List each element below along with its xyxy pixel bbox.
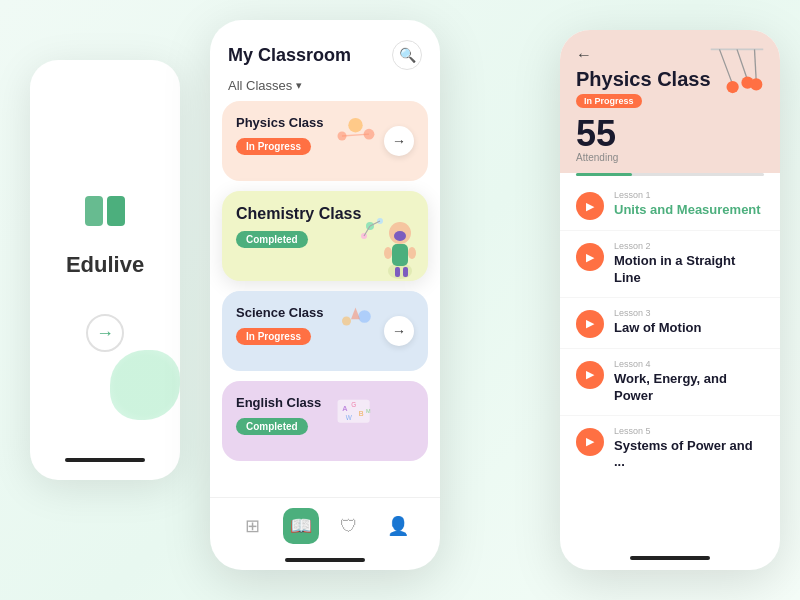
- nav-lessons-button[interactable]: 📖: [283, 508, 319, 544]
- nav-profile-button[interactable]: 👤: [380, 508, 416, 544]
- svg-line-29: [720, 49, 733, 84]
- app-name: Edulive: [66, 252, 144, 278]
- lesson-item[interactable]: ▶ Lesson 2 Motion in a Straight Line: [560, 231, 780, 298]
- lesson-title: Systems of Power and ...: [614, 438, 764, 472]
- lesson-play-icon[interactable]: ▶: [576, 310, 604, 338]
- svg-text:M: M: [366, 408, 371, 414]
- nav-home-button[interactable]: ⊞: [234, 508, 270, 544]
- attending-count: 55: [576, 116, 764, 152]
- physics-class-card[interactable]: Physics Class In Progress →: [222, 101, 428, 181]
- svg-line-33: [755, 49, 757, 81]
- physics-class-illustration: [702, 40, 772, 120]
- lesson-info: Lesson 5 Systems of Power and ...: [614, 426, 764, 472]
- svg-rect-0: [85, 196, 103, 226]
- svg-marker-21: [351, 308, 360, 320]
- phone-home-bar: [65, 458, 145, 462]
- lesson-progress-bar: [576, 173, 764, 176]
- physics-card-title: Physics Class: [236, 115, 414, 130]
- lesson-progress-fill: [576, 173, 632, 176]
- lesson-item[interactable]: ▶ Lesson 4 Work, Energy, and Power: [560, 349, 780, 416]
- lesson-item[interactable]: ▶ Lesson 3 Law of Motion: [560, 298, 780, 349]
- lesson-title: Motion in a Straight Line: [614, 253, 764, 287]
- right-home-bar: [630, 556, 710, 560]
- lesson-number: Lesson 4: [614, 359, 764, 369]
- attending-info: 55 Attending: [576, 116, 764, 163]
- svg-text:B: B: [359, 409, 364, 418]
- svg-point-11: [408, 247, 416, 259]
- english-badge: Completed: [236, 418, 308, 435]
- svg-point-2: [348, 118, 362, 132]
- chemistry-badge: Completed: [236, 231, 308, 248]
- science-card-title: Science Class: [236, 305, 414, 320]
- svg-text:A: A: [342, 404, 348, 413]
- english-class-card[interactable]: English Class Completed A G B W M: [222, 381, 428, 461]
- attending-label: Attending: [576, 152, 764, 163]
- physics-badge: In Progress: [236, 138, 311, 155]
- filter-chevron-icon: ▾: [296, 79, 302, 92]
- svg-rect-9: [392, 244, 408, 266]
- filter-row[interactable]: All Classes ▾: [228, 78, 422, 93]
- svg-point-34: [750, 78, 762, 90]
- lesson-play-icon[interactable]: ▶: [576, 361, 604, 389]
- lesson-play-icon[interactable]: ▶: [576, 243, 604, 271]
- lesson-number: Lesson 1: [614, 190, 761, 200]
- decorative-blob: [110, 350, 180, 420]
- svg-point-30: [727, 81, 739, 93]
- lesson-item[interactable]: ▶ Lesson 5 Systems of Power and ...: [560, 416, 780, 482]
- class-status-badge: In Progress: [576, 94, 642, 108]
- chemistry-class-card[interactable]: Chemistry Class Completed: [222, 191, 428, 281]
- right-phone-header: ← Physics Class In Progress 55 Attending: [560, 30, 780, 173]
- physics-illustration: [333, 109, 378, 154]
- lesson-number: Lesson 2: [614, 241, 764, 251]
- lesson-info: Lesson 4 Work, Energy, and Power: [614, 359, 764, 405]
- cards-container: Physics Class In Progress → Chemistry Cl…: [210, 101, 440, 497]
- svg-point-10: [384, 247, 392, 259]
- page-title: My Classroom: [228, 45, 351, 66]
- search-button[interactable]: 🔍: [392, 40, 422, 70]
- science-illustration: [333, 301, 378, 341]
- lesson-item[interactable]: ▶ Lesson 1 Units and Measurement: [560, 180, 780, 231]
- right-phone: ← Physics Class In Progress 55 Attending…: [560, 30, 780, 570]
- lesson-info: Lesson 2 Motion in a Straight Line: [614, 241, 764, 287]
- svg-point-19: [358, 310, 371, 323]
- svg-point-20: [342, 317, 351, 326]
- get-started-button[interactable]: →: [86, 314, 124, 352]
- lesson-play-icon[interactable]: ▶: [576, 428, 604, 456]
- svg-line-31: [737, 49, 748, 80]
- center-phone: My Classroom 🔍 All Classes ▾ Physics Cla…: [210, 20, 440, 570]
- lesson-title: Law of Motion: [614, 320, 701, 337]
- svg-rect-12: [395, 267, 400, 277]
- english-illustration: A G B W M: [333, 389, 388, 429]
- logo-icon: [81, 188, 129, 236]
- filter-label: All Classes: [228, 78, 292, 93]
- svg-point-8: [394, 231, 406, 241]
- lesson-title: Work, Energy, and Power: [614, 371, 764, 405]
- lesson-number: Lesson 5: [614, 426, 764, 436]
- svg-text:G: G: [351, 401, 356, 408]
- physics-card-arrow-icon[interactable]: →: [384, 126, 414, 156]
- bottom-navigation: ⊞ 📖 🛡 👤: [210, 497, 440, 558]
- center-home-bar: [285, 558, 365, 562]
- science-card-arrow-icon[interactable]: →: [384, 316, 414, 346]
- svg-text:W: W: [346, 414, 353, 421]
- chemistry-illustration: [350, 211, 420, 281]
- lessons-list: ▶ Lesson 1 Units and Measurement ▶ Lesso…: [560, 180, 780, 550]
- svg-rect-13: [403, 267, 408, 277]
- lesson-info: Lesson 3 Law of Motion: [614, 308, 701, 337]
- center-header-area: My Classroom 🔍 All Classes ▾: [210, 20, 440, 101]
- lesson-info: Lesson 1 Units and Measurement: [614, 190, 761, 219]
- left-phone: Edulive →: [30, 60, 180, 480]
- science-class-card[interactable]: Science Class In Progress →: [222, 291, 428, 371]
- lesson-play-icon[interactable]: ▶: [576, 192, 604, 220]
- lesson-number: Lesson 3: [614, 308, 701, 318]
- nav-achievements-button[interactable]: 🛡: [331, 508, 367, 544]
- svg-rect-1: [107, 196, 125, 226]
- science-badge: In Progress: [236, 328, 311, 345]
- lesson-title: Units and Measurement: [614, 202, 761, 219]
